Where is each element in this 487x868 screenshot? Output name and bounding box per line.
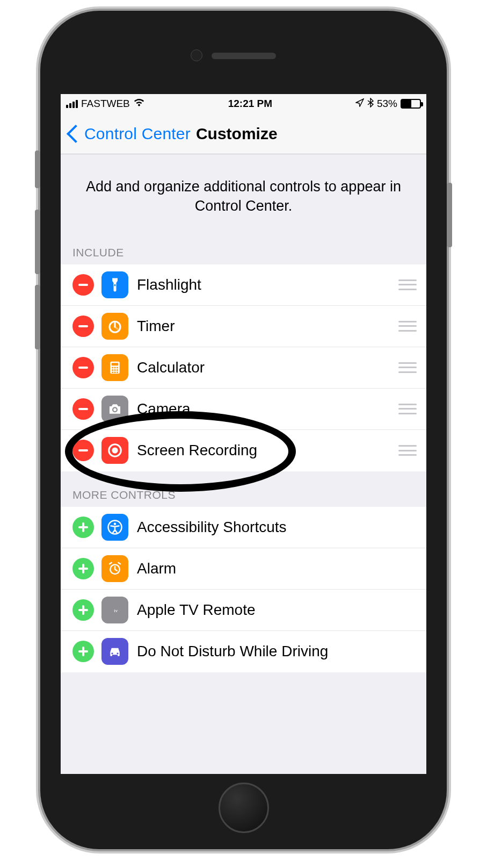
row-label: Alarm bbox=[137, 560, 417, 577]
row-label: Apple TV Remote bbox=[137, 601, 417, 619]
remove-button[interactable] bbox=[72, 357, 94, 378]
row-label: Calculator bbox=[137, 359, 398, 376]
svg-text:tv: tv bbox=[114, 607, 118, 613]
row-label: Flashlight bbox=[137, 276, 398, 293]
row-label: Accessibility Shortcuts bbox=[137, 519, 417, 536]
camera-icon bbox=[101, 396, 128, 422]
add-button[interactable] bbox=[72, 558, 94, 579]
svg-point-23 bbox=[117, 653, 118, 655]
remove-button[interactable] bbox=[72, 274, 94, 296]
signal-icon bbox=[66, 100, 78, 108]
power-button bbox=[447, 183, 452, 247]
calculator-icon bbox=[101, 354, 128, 381]
svg-point-18 bbox=[114, 522, 117, 525]
nav-bar: Control Center Customize bbox=[61, 113, 426, 154]
more-controls-header: MORE CONTROLS bbox=[61, 471, 426, 507]
bluetooth-icon bbox=[367, 98, 374, 110]
svg-point-22 bbox=[111, 653, 113, 655]
row-label: Screen Recording bbox=[137, 442, 398, 459]
status-bar: FASTWEB 12:21 PM 53% bbox=[61, 94, 426, 113]
svg-point-5 bbox=[114, 367, 116, 368]
drag-handle-icon[interactable] bbox=[398, 321, 417, 332]
page-title: Customize bbox=[196, 125, 278, 143]
earpiece bbox=[212, 53, 276, 59]
add-button[interactable] bbox=[72, 641, 94, 662]
description-text: Add and organize additional controls to … bbox=[61, 154, 426, 242]
battery-pct: 53% bbox=[377, 98, 397, 110]
apple-tv-icon: tv bbox=[101, 597, 128, 623]
drag-handle-icon[interactable] bbox=[398, 362, 417, 373]
row-apple-tv-remote[interactable]: tv Apple TV Remote bbox=[61, 590, 426, 631]
row-accessibility-shortcuts[interactable]: Accessibility Shortcuts bbox=[61, 507, 426, 548]
timer-icon bbox=[101, 313, 128, 340]
drag-handle-icon[interactable] bbox=[398, 279, 417, 290]
svg-point-16 bbox=[112, 448, 118, 454]
drag-handle-icon[interactable] bbox=[398, 404, 417, 414]
remove-button[interactable] bbox=[72, 398, 94, 420]
alarm-icon bbox=[101, 555, 128, 582]
svg-point-8 bbox=[114, 369, 116, 371]
remove-button[interactable] bbox=[72, 440, 94, 461]
chevron-left-icon bbox=[67, 125, 85, 143]
carrier-label: FASTWEB bbox=[81, 98, 130, 110]
svg-point-12 bbox=[117, 371, 118, 373]
row-dnd-driving[interactable]: Do Not Disturb While Driving bbox=[61, 631, 426, 672]
row-label: Camera bbox=[137, 400, 398, 418]
remove-button[interactable] bbox=[72, 315, 94, 337]
screen-recording-icon bbox=[101, 437, 128, 464]
row-calculator[interactable]: Calculator bbox=[61, 347, 426, 389]
row-label: Do Not Disturb While Driving bbox=[137, 643, 417, 660]
home-button[interactable] bbox=[219, 783, 269, 833]
svg-point-7 bbox=[112, 369, 113, 371]
row-flashlight[interactable]: Flashlight bbox=[61, 264, 426, 306]
volume-down-button bbox=[35, 285, 40, 349]
volume-up-button bbox=[35, 210, 40, 274]
mute-switch bbox=[35, 150, 40, 188]
front-camera bbox=[191, 49, 202, 61]
status-time: 12:21 PM bbox=[228, 98, 272, 110]
accessibility-icon bbox=[101, 514, 128, 541]
row-camera[interactable]: Camera bbox=[61, 389, 426, 430]
back-label: Control Center bbox=[84, 125, 191, 143]
include-list: Flashlight Timer Calculator bbox=[61, 264, 426, 471]
more-controls-list: Accessibility Shortcuts Alarm tv Apple T… bbox=[61, 507, 426, 672]
back-button[interactable]: Control Center bbox=[64, 125, 191, 143]
svg-point-14 bbox=[113, 408, 117, 411]
phone-frame: FASTWEB 12:21 PM 53% Control bbox=[40, 11, 447, 849]
include-header: INCLUDE bbox=[61, 242, 426, 264]
drag-handle-icon[interactable] bbox=[398, 445, 417, 456]
flashlight-icon bbox=[101, 271, 128, 298]
svg-point-9 bbox=[117, 369, 118, 371]
row-screen-recording[interactable]: Screen Recording bbox=[61, 430, 426, 471]
row-timer[interactable]: Timer bbox=[61, 306, 426, 347]
svg-rect-0 bbox=[114, 284, 116, 286]
svg-point-4 bbox=[112, 367, 113, 368]
svg-point-11 bbox=[114, 371, 116, 373]
wifi-icon bbox=[133, 98, 145, 110]
svg-point-10 bbox=[112, 371, 113, 373]
row-label: Timer bbox=[137, 318, 398, 335]
car-icon bbox=[101, 638, 128, 665]
add-button[interactable] bbox=[72, 517, 94, 538]
screen: FASTWEB 12:21 PM 53% Control bbox=[61, 94, 426, 774]
svg-point-6 bbox=[117, 367, 118, 368]
battery-icon bbox=[401, 99, 421, 109]
location-icon bbox=[355, 98, 364, 110]
row-alarm[interactable]: Alarm bbox=[61, 548, 426, 590]
svg-rect-3 bbox=[112, 363, 119, 365]
add-button[interactable] bbox=[72, 599, 94, 621]
